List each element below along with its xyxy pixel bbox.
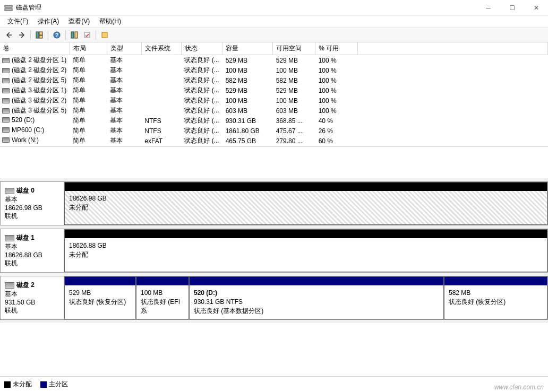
volume-icon [2,58,10,63]
svg-rect-2 [36,32,39,38]
volume-name: 520 (D:) [12,116,35,124]
legend-unallocated: 未分配 [4,380,32,389]
volume-name: (磁盘 2 磁盘分区 2) [12,66,66,75]
partition-status: 状态良好 (恢复分区) [449,298,543,307]
volume-icon [2,127,10,133]
disk-info[interactable]: 磁盘 2基本931.50 GB联机 [0,276,64,320]
disk-name: 磁盘 1 [16,233,35,242]
disk-partitions: 18626.98 GB未分配 [64,181,548,225]
partition-status: 状态良好 (基本数据分区) [194,307,439,316]
volume-list: 卷布局类型文件系统状态容量可用空间% 可用 (磁盘 2 磁盘分区 1)简单基本状… [0,42,548,146]
partition[interactable]: 100 MB状态良好 (EFI 系 [136,276,189,319]
volume-icon [2,117,10,123]
svg-rect-7 [71,32,74,38]
disk-partitions: 18626.88 GB未分配 [64,229,548,273]
disk-panels: 磁盘 0基本18626.98 GB联机18626.98 GB未分配磁盘 1基本1… [0,178,548,323]
toolbar: ? [0,28,548,42]
disk-info[interactable]: 磁盘 1基本18626.88 GB联机 [0,229,64,273]
partition[interactable]: 582 MB状态良好 (恢复分区) [444,276,547,319]
svg-text:?: ? [55,32,58,38]
partition[interactable]: 520 (D:)930.31 GB NTFS状态良好 (基本数据分区) [189,276,444,319]
volume-name: (磁盘 3 磁盘分区 5) [12,106,66,115]
help-button[interactable]: ? [51,29,63,41]
app-icon [4,4,13,12]
volume-row[interactable]: (磁盘 2 磁盘分区 2)简单基本状态良好 (...100 MB100 MB10… [0,65,548,75]
column-header-status[interactable]: 状态 [181,42,222,55]
volume-row[interactable]: (磁盘 3 磁盘分区 1)简单基本状态良好 (...529 MB529 MB10… [0,85,548,95]
disk-row: 磁盘 2基本931.50 GB联机529 MB状态良好 (恢复分区)100 MB… [0,276,548,323]
column-header-free[interactable]: 可用空间 [273,42,315,55]
partition-size: 529 MB [69,289,131,298]
disk-size: 931.50 GB [5,299,59,306]
disk-row: 磁盘 1基本18626.88 GB联机18626.88 GB未分配 [0,229,548,276]
volume-row[interactable]: (磁盘 2 磁盘分区 1)简单基本状态良好 (...529 MB529 MB10… [0,55,548,66]
partition-size: 930.31 GB NTFS [194,298,439,307]
disk-name: 磁盘 0 [16,186,35,195]
disk-icon [5,282,14,289]
refresh-button[interactable] [81,29,93,41]
column-header-capacity[interactable]: 容量 [222,42,273,55]
menu-action[interactable]: 操作(A) [33,16,63,27]
disk-size: 18626.88 GB [5,251,59,259]
close-button[interactable]: ✕ [524,0,548,16]
disk-type: 基本 [5,195,59,204]
volume-icon [2,137,10,143]
disk-status: 联机 [5,306,59,315]
column-header-volume[interactable]: 卷 [0,42,70,55]
partition-status: 状态良好 (恢复分区) [69,298,131,307]
volume-icon [2,88,10,93]
partition-status: 未分配 [69,250,543,259]
disk-status: 联机 [5,259,59,268]
partition[interactable]: 18626.98 GB未分配 [64,182,547,225]
svg-rect-10 [102,32,107,38]
column-header-type[interactable]: 类型 [107,42,141,55]
partition[interactable]: 529 MB状态良好 (恢复分区) [64,276,136,319]
volume-row[interactable]: (磁盘 3 磁盘分区 5)简单基本状态良好 (...603 MB603 MB10… [0,106,548,116]
volume-row[interactable]: (磁盘 3 磁盘分区 2)简单基本状态良好 (...100 MB100 MB10… [0,95,548,106]
disk-row: 磁盘 0基本18626.98 GB联机18626.98 GB未分配 [0,181,548,229]
disk-status: 联机 [5,212,59,221]
volume-name: MP600 (C:) [12,126,44,134]
partition-size: 18626.98 GB [69,194,543,203]
legend-primary: 主分区 [40,380,68,389]
menu-view[interactable]: 查看(V) [64,16,94,27]
svg-rect-8 [75,32,78,38]
maximize-button[interactable]: ☐ [500,0,524,16]
menu-help[interactable]: 帮助(H) [95,16,125,27]
volume-row[interactable]: MP600 (C:)简单基本NTFS状态良好 (...1861.80 GB475… [0,126,548,136]
back-button[interactable] [3,29,15,41]
disk-icon [5,235,14,241]
volume-icon [2,108,10,114]
minimize-button[interactable]: ─ [476,0,500,16]
volume-name: (磁盘 3 磁盘分区 2) [12,96,66,105]
volume-row[interactable]: 520 (D:)简单基本NTFS状态良好 (...930.31 GB368.85… [0,116,548,126]
volume-icon [2,68,10,73]
column-header-pctfree[interactable]: % 可用 [315,42,358,55]
view-button[interactable] [33,29,45,41]
properties-button[interactable] [99,29,110,41]
column-header-fs[interactable]: 文件系统 [141,42,181,55]
svg-rect-9 [84,32,90,38]
main-content: 卷布局类型文件系统状态容量可用空间% 可用 (磁盘 2 磁盘分区 1)简单基本状… [0,42,548,376]
disk-size: 18626.98 GB [5,204,59,212]
forward-button[interactable] [16,29,28,41]
partition-size: 18626.88 GB [69,241,543,250]
titlebar: 磁盘管理 ─ ☐ ✕ [0,0,548,16]
settings-button[interactable] [68,29,80,41]
svg-rect-0 [5,5,12,7]
partition-size: 100 MB [141,289,184,298]
volume-row[interactable]: Work (N:)简单基本exFAT状态良好 (...465.75 GB279.… [0,136,548,146]
disk-type: 基本 [5,290,59,299]
partition-status: 未分配 [69,203,543,212]
volume-row[interactable]: (磁盘 2 磁盘分区 5)简单基本状态良好 (...582 MB582 MB10… [0,75,548,85]
partition-size: 582 MB [449,289,543,298]
menu-file[interactable]: 文件(F) [3,16,32,27]
volume-name: (磁盘 2 磁盘分区 5) [12,76,66,85]
volume-name: (磁盘 3 磁盘分区 1) [12,86,66,95]
column-header-layout[interactable]: 布局 [70,42,107,55]
menubar: 文件(F) 操作(A) 查看(V) 帮助(H) [0,16,548,28]
partition-title: 520 (D:) [194,289,439,298]
disk-partitions: 529 MB状态良好 (恢复分区)100 MB状态良好 (EFI 系520 (D… [64,276,548,320]
partition[interactable]: 18626.88 GB未分配 [64,229,547,272]
disk-info[interactable]: 磁盘 0基本18626.98 GB联机 [0,181,64,225]
